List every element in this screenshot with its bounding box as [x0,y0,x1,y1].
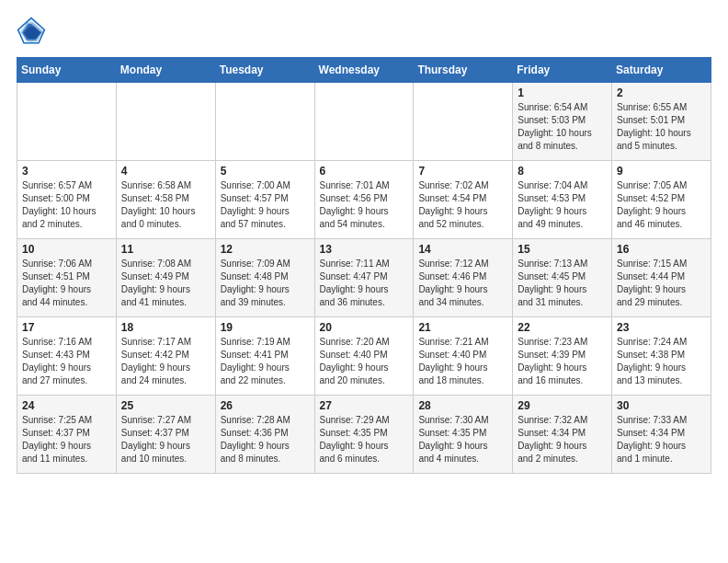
day-info: Sunrise: 7:28 AM Sunset: 4:36 PM Dayligh… [221,414,310,465]
day-number: 28 [418,399,507,412]
day-number: 12 [221,243,310,256]
day-number: 6 [320,165,409,178]
day-number: 23 [617,321,706,334]
calendar-week-row: 3Sunrise: 6:57 AM Sunset: 5:00 PM Daylig… [17,161,711,239]
day-info: Sunrise: 6:57 AM Sunset: 5:00 PM Dayligh… [22,179,111,231]
day-info: Sunrise: 7:21 AM Sunset: 4:40 PM Dayligh… [418,336,507,387]
day-info: Sunrise: 6:54 AM Sunset: 5:03 PM Dayligh… [518,101,607,153]
calendar-cell: 15Sunrise: 7:13 AM Sunset: 4:45 PM Dayli… [513,239,612,317]
weekday-header: Friday [513,58,612,83]
calendar-cell: 27Sunrise: 7:29 AM Sunset: 4:35 PM Dayli… [314,396,414,474]
calendar-cell: 18Sunrise: 7:17 AM Sunset: 4:42 PM Dayli… [116,317,215,396]
day-number: 17 [22,321,111,334]
calendar-header-row: SundayMondayTuesdayWednesdayThursdayFrid… [17,58,711,83]
calendar-cell: 22Sunrise: 7:23 AM Sunset: 4:39 PM Dayli… [513,317,612,396]
day-number: 24 [22,399,111,412]
calendar-cell: 3Sunrise: 6:57 AM Sunset: 5:00 PM Daylig… [17,161,117,239]
day-number: 16 [617,243,706,256]
weekday-header: Monday [116,58,215,83]
calendar-cell: 29Sunrise: 7:32 AM Sunset: 4:34 PM Dayli… [513,396,612,474]
calendar-cell: 25Sunrise: 7:27 AM Sunset: 4:37 PM Dayli… [116,396,215,474]
day-info: Sunrise: 7:13 AM Sunset: 4:45 PM Dayligh… [518,258,607,309]
day-info: Sunrise: 7:00 AM Sunset: 4:57 PM Dayligh… [221,179,310,231]
page-container: SundayMondayTuesdayWednesdayThursdayFrid… [0,0,728,485]
day-number: 29 [518,399,607,412]
day-number: 21 [418,321,507,334]
calendar-week-row: 10Sunrise: 7:06 AM Sunset: 4:51 PM Dayli… [17,239,711,317]
calendar-cell: 17Sunrise: 7:16 AM Sunset: 4:43 PM Dayli… [17,317,117,396]
calendar-cell [314,83,414,161]
day-info: Sunrise: 7:05 AM Sunset: 4:52 PM Dayligh… [617,179,706,231]
day-info: Sunrise: 7:19 AM Sunset: 4:41 PM Dayligh… [221,336,310,387]
weekday-header: Sunday [17,58,117,83]
calendar-cell: 8Sunrise: 7:04 AM Sunset: 4:53 PM Daylig… [513,161,612,239]
day-number: 11 [121,243,210,256]
day-number: 19 [221,321,310,334]
calendar-cell: 6Sunrise: 7:01 AM Sunset: 4:56 PM Daylig… [314,161,414,239]
day-number: 30 [617,399,706,412]
day-info: Sunrise: 7:09 AM Sunset: 4:48 PM Dayligh… [221,258,310,309]
day-info: Sunrise: 7:15 AM Sunset: 4:44 PM Dayligh… [617,258,706,309]
calendar-cell [116,83,215,161]
day-number: 26 [221,399,310,412]
day-number: 8 [518,165,607,178]
day-info: Sunrise: 7:29 AM Sunset: 4:35 PM Dayligh… [320,414,409,465]
calendar-week-row: 24Sunrise: 7:25 AM Sunset: 4:37 PM Dayli… [17,396,711,474]
day-number: 27 [320,399,409,412]
calendar-cell: 20Sunrise: 7:20 AM Sunset: 4:40 PM Dayli… [314,317,414,396]
day-info: Sunrise: 7:32 AM Sunset: 4:34 PM Dayligh… [518,414,607,465]
day-info: Sunrise: 6:55 AM Sunset: 5:01 PM Dayligh… [617,101,706,153]
day-number: 13 [320,243,409,256]
day-number: 1 [518,86,607,99]
calendar-cell: 12Sunrise: 7:09 AM Sunset: 4:48 PM Dayli… [215,239,314,317]
calendar-cell [414,83,513,161]
calendar-cell: 4Sunrise: 6:58 AM Sunset: 4:58 PM Daylig… [116,161,215,239]
weekday-header: Saturday [612,58,711,83]
day-number: 10 [22,243,111,256]
calendar-cell: 24Sunrise: 7:25 AM Sunset: 4:37 PM Dayli… [17,396,117,474]
calendar-cell: 13Sunrise: 7:11 AM Sunset: 4:47 PM Dayli… [314,239,414,317]
logo-icon [17,17,46,46]
day-number: 25 [121,399,210,412]
calendar-cell: 19Sunrise: 7:19 AM Sunset: 4:41 PM Dayli… [215,317,314,396]
calendar-cell: 26Sunrise: 7:28 AM Sunset: 4:36 PM Dayli… [215,396,314,474]
calendar-cell [215,83,314,161]
day-info: Sunrise: 7:23 AM Sunset: 4:39 PM Dayligh… [518,336,607,387]
day-number: 20 [320,321,409,334]
weekday-header: Wednesday [314,58,414,83]
day-info: Sunrise: 7:06 AM Sunset: 4:51 PM Dayligh… [22,258,111,309]
calendar-table: SundayMondayTuesdayWednesdayThursdayFrid… [17,57,711,474]
day-info: Sunrise: 7:27 AM Sunset: 4:37 PM Dayligh… [121,414,210,465]
calendar-cell: 1Sunrise: 6:54 AM Sunset: 5:03 PM Daylig… [513,83,612,161]
day-info: Sunrise: 7:01 AM Sunset: 4:56 PM Dayligh… [320,179,409,231]
calendar-cell: 14Sunrise: 7:12 AM Sunset: 4:46 PM Dayli… [414,239,513,317]
calendar-cell: 7Sunrise: 7:02 AM Sunset: 4:54 PM Daylig… [414,161,513,239]
weekday-header: Tuesday [215,58,314,83]
calendar-cell: 21Sunrise: 7:21 AM Sunset: 4:40 PM Dayli… [414,317,513,396]
weekday-header: Thursday [414,58,513,83]
page-header [17,17,711,46]
calendar-cell: 28Sunrise: 7:30 AM Sunset: 4:35 PM Dayli… [414,396,513,474]
calendar-cell: 10Sunrise: 7:06 AM Sunset: 4:51 PM Dayli… [17,239,117,317]
day-info: Sunrise: 7:02 AM Sunset: 4:54 PM Dayligh… [418,179,507,231]
day-info: Sunrise: 7:08 AM Sunset: 4:49 PM Dayligh… [121,258,210,309]
calendar-week-row: 17Sunrise: 7:16 AM Sunset: 4:43 PM Dayli… [17,317,711,396]
day-info: Sunrise: 7:17 AM Sunset: 4:42 PM Dayligh… [121,336,210,387]
logo [17,17,50,46]
day-info: Sunrise: 6:58 AM Sunset: 4:58 PM Dayligh… [121,179,210,231]
day-info: Sunrise: 7:11 AM Sunset: 4:47 PM Dayligh… [320,258,409,309]
day-info: Sunrise: 7:25 AM Sunset: 4:37 PM Dayligh… [22,414,111,465]
day-info: Sunrise: 7:20 AM Sunset: 4:40 PM Dayligh… [320,336,409,387]
day-number: 2 [617,86,706,99]
calendar-week-row: 1Sunrise: 6:54 AM Sunset: 5:03 PM Daylig… [17,83,711,161]
calendar-cell [17,83,117,161]
day-number: 22 [518,321,607,334]
day-number: 18 [121,321,210,334]
calendar-cell: 5Sunrise: 7:00 AM Sunset: 4:57 PM Daylig… [215,161,314,239]
day-number: 7 [418,165,507,178]
day-info: Sunrise: 7:33 AM Sunset: 4:34 PM Dayligh… [617,414,706,465]
calendar-cell: 11Sunrise: 7:08 AM Sunset: 4:49 PM Dayli… [116,239,215,317]
calendar-cell: 30Sunrise: 7:33 AM Sunset: 4:34 PM Dayli… [612,396,711,474]
day-number: 5 [221,165,310,178]
calendar-cell: 16Sunrise: 7:15 AM Sunset: 4:44 PM Dayli… [612,239,711,317]
